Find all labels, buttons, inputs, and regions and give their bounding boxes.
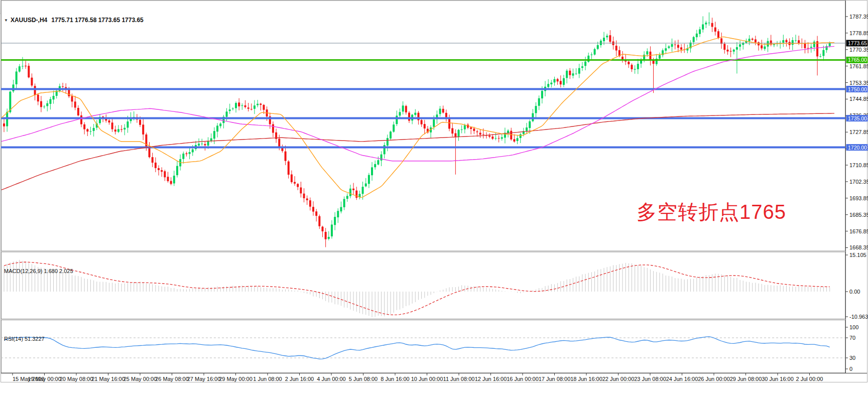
svg-text:19 May 00:00: 19 May 00:00 xyxy=(28,376,61,382)
svg-text:1773.65: 1773.65 xyxy=(848,40,867,46)
svg-text:20 May 08:00: 20 May 08:00 xyxy=(60,376,93,382)
svg-text:8 Jun 16:00: 8 Jun 16:00 xyxy=(381,376,410,382)
svg-text:4 Jun 00:00: 4 Jun 00:00 xyxy=(317,376,346,382)
svg-text:1 Jun 08:00: 1 Jun 08:00 xyxy=(253,376,282,382)
panel-frames xyxy=(1,1,867,382)
svg-text:16 Jun 00:00: 16 Jun 00:00 xyxy=(507,376,539,382)
svg-text:21 May 16:00: 21 May 16:00 xyxy=(91,376,125,382)
svg-text:27 May 16:00: 27 May 16:00 xyxy=(187,376,221,382)
svg-text:24 Jun 16:00: 24 Jun 16:00 xyxy=(666,376,698,382)
svg-text:1685.35: 1685.35 xyxy=(849,212,868,218)
svg-text:1770.35: 1770.35 xyxy=(849,47,868,53)
svg-text:1787.35: 1787.35 xyxy=(849,14,868,20)
svg-text:5 Jun 08:00: 5 Jun 08:00 xyxy=(349,376,378,382)
svg-text:26 Jun 00:00: 26 Jun 00:00 xyxy=(698,376,730,382)
svg-text:1750.00: 1750.00 xyxy=(848,86,867,92)
chart-ohlc-title: ▼XAUUSD-,H41775.71 1776.58 1773.65 1773.… xyxy=(4,17,144,24)
svg-text:-10.963: -10.963 xyxy=(849,314,868,320)
svg-text:29 Jun 08:00: 29 Jun 08:00 xyxy=(730,376,762,382)
svg-text:0.00: 0.00 xyxy=(849,289,860,295)
svg-text:1753.35: 1753.35 xyxy=(849,80,868,86)
svg-text:30 Jun 16:00: 30 Jun 16:00 xyxy=(762,376,794,382)
svg-text:22 Jun 00:00: 22 Jun 00:00 xyxy=(602,376,635,382)
svg-text:23 Jun 08:00: 23 Jun 08:00 xyxy=(634,376,666,382)
chart-annotation: 多空转折点1765 xyxy=(637,198,786,226)
svg-text:17 Jun 08:00: 17 Jun 08:00 xyxy=(539,376,571,382)
svg-text:100: 100 xyxy=(849,324,858,330)
svg-text:1735.00: 1735.00 xyxy=(848,115,867,121)
svg-text:1744.85: 1744.85 xyxy=(849,96,868,102)
svg-text:2 Jul 00:00: 2 Jul 00:00 xyxy=(796,376,823,382)
svg-text:11 Jun 08:00: 11 Jun 08:00 xyxy=(443,376,475,382)
chart-ohlc-values: 1775.71 1776.58 1773.65 1773.65 xyxy=(51,17,144,24)
svg-text:10 Jun 00:00: 10 Jun 00:00 xyxy=(411,376,443,382)
svg-text:1727.85: 1727.85 xyxy=(849,129,868,135)
svg-text:1693.85: 1693.85 xyxy=(849,195,868,201)
svg-text:0: 0 xyxy=(849,366,852,372)
svg-text:1720.00: 1720.00 xyxy=(848,145,867,151)
chart-canvas[interactable]: 1787.351778.851770.351761.851753.351744.… xyxy=(0,0,868,382)
svg-text:1702.35: 1702.35 xyxy=(849,179,868,185)
svg-text:1761.85: 1761.85 xyxy=(849,63,868,69)
rsi-indicator-label: RSI(14) 51.3227 xyxy=(4,336,45,342)
svg-text:1710.85: 1710.85 xyxy=(849,162,868,168)
chart-symbol-period: XAUUSD-,H4 xyxy=(11,17,47,24)
svg-text:30: 30 xyxy=(849,355,855,361)
svg-text:25 May 00:00: 25 May 00:00 xyxy=(123,376,157,382)
svg-text:1676.85: 1676.85 xyxy=(849,228,868,234)
svg-text:1668.35: 1668.35 xyxy=(849,244,868,250)
svg-text:2 Jun 16:00: 2 Jun 16:00 xyxy=(285,376,314,382)
svg-text:12 Jun 16:00: 12 Jun 16:00 xyxy=(475,376,507,382)
svg-text:26 May 08:00: 26 May 08:00 xyxy=(155,376,189,382)
mt4-window: { "toolbar": { "grid_letter": "F", "font… xyxy=(0,0,868,397)
svg-text:1765.00: 1765.00 xyxy=(848,57,867,63)
svg-text:1778.85: 1778.85 xyxy=(849,30,868,36)
macd-indicator-label: MACD(12,26,9) 1.680 2.025 xyxy=(4,268,73,274)
svg-text:18 Jun 16:00: 18 Jun 16:00 xyxy=(570,376,602,382)
chart-dropdown-icon[interactable]: ▼ xyxy=(4,18,8,23)
svg-text:29 May 00:00: 29 May 00:00 xyxy=(219,376,253,382)
svg-text:70: 70 xyxy=(849,335,855,341)
svg-text:15.105: 15.105 xyxy=(849,252,866,258)
